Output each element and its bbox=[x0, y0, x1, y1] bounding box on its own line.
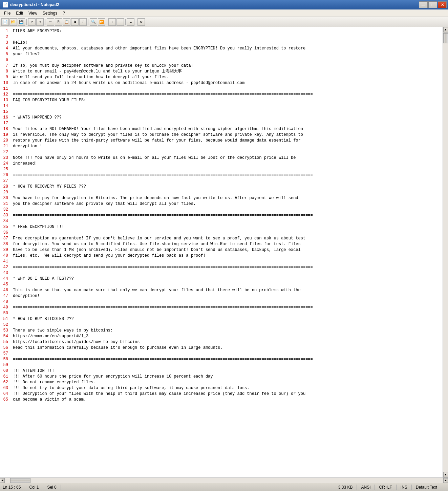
line-number: 23 bbox=[1, 155, 9, 161]
text-line: Free decryption as guarantee! If you don… bbox=[13, 236, 441, 241]
settings-button[interactable]: ⚙ bbox=[137, 18, 145, 26]
line-number: 32 bbox=[1, 207, 9, 213]
cut-button[interactable]: ✂ bbox=[47, 18, 54, 26]
line-number: 63 bbox=[1, 385, 9, 391]
scroll-left-button[interactable]: ◄ bbox=[0, 478, 5, 483]
line-number: 60 bbox=[1, 368, 9, 374]
line-number: 31 bbox=[1, 201, 9, 207]
text-line: ========================================… bbox=[13, 103, 441, 109]
text-line bbox=[13, 270, 441, 276]
line-number: 59 bbox=[1, 362, 9, 368]
text-line: ========================================… bbox=[13, 172, 441, 178]
line-number: 10 bbox=[1, 80, 9, 86]
line-number: 35 bbox=[1, 224, 9, 230]
title-controls: — □ ✕ bbox=[419, 1, 447, 8]
scroll-right-button[interactable]: ► bbox=[443, 478, 448, 483]
status-col: Col 1 bbox=[29, 485, 43, 490]
text-line: You have to pay for decryption in Bitcoi… bbox=[13, 195, 441, 201]
text-line: Hello! bbox=[13, 40, 441, 46]
toolbar-sep-6 bbox=[136, 19, 136, 25]
line-number: 61 bbox=[1, 374, 9, 380]
line-number: 13 bbox=[1, 98, 9, 103]
status-encoding: ANSI bbox=[361, 485, 375, 490]
vertical-scrollbar[interactable]: ▲ ▼ bbox=[443, 27, 448, 477]
text-line bbox=[13, 190, 441, 195]
text-line bbox=[13, 218, 441, 224]
close-button[interactable]: ✕ bbox=[438, 1, 447, 8]
line-number: 7 bbox=[1, 63, 9, 69]
text-line: restore your files with the third-party … bbox=[13, 138, 441, 144]
view-button[interactable]: ≡ bbox=[127, 18, 134, 26]
scroll-down-button[interactable]: ▼ bbox=[443, 472, 448, 477]
line-number: 36 bbox=[1, 230, 9, 236]
line-number: 47 bbox=[1, 293, 9, 299]
line-number: 22 bbox=[1, 149, 9, 155]
scroll-thumb-h[interactable] bbox=[10, 478, 30, 483]
status-position: Ln 15 : 65 bbox=[3, 485, 25, 490]
text-content[interactable]: FILES ARE ENCRYPTED:Hello!All your docum… bbox=[11, 27, 443, 477]
text-line: If so, you must buy decipher software an… bbox=[13, 63, 441, 69]
text-line: have to be less than 1 MB (non archived)… bbox=[13, 247, 441, 253]
text-line bbox=[13, 34, 441, 40]
text-line: ========================================… bbox=[13, 357, 441, 362]
line-number: 33 bbox=[1, 213, 9, 218]
text-line: Note !!! You have only 24 hours to write… bbox=[13, 155, 441, 161]
line-number: 21 bbox=[1, 144, 9, 149]
text-line: This is done so that you can make sure t… bbox=[13, 287, 441, 293]
text-line: ========================================… bbox=[13, 92, 441, 98]
text-line: FAQ FOR DECRYPTION YOUR FILES: bbox=[13, 98, 441, 103]
line-number: 3 bbox=[1, 40, 9, 46]
italic-button[interactable]: I bbox=[79, 18, 87, 26]
line-number: 40 bbox=[1, 253, 9, 259]
line-number: 18 bbox=[1, 126, 9, 132]
toolbar-sep-3 bbox=[88, 19, 88, 25]
line-number: 17 bbox=[1, 121, 9, 126]
text-line: for decryption. You send us up to 5 modi… bbox=[13, 241, 441, 247]
undo-button[interactable]: ↩ bbox=[28, 18, 36, 26]
open-button[interactable]: 📂 bbox=[9, 18, 17, 26]
maximize-button[interactable]: □ bbox=[428, 1, 437, 8]
bold-button[interactable]: B bbox=[71, 18, 79, 26]
menu-edit[interactable]: Edit bbox=[13, 10, 26, 16]
window-title: decryption.txt - Notepad2 bbox=[10, 2, 59, 7]
paste-button[interactable]: 📋 bbox=[63, 18, 70, 26]
text-line: !!! Decryption of your files with the he… bbox=[13, 391, 441, 397]
menu-view[interactable]: View bbox=[26, 10, 40, 16]
find-next-button[interactable]: ⏩ bbox=[98, 18, 105, 26]
line-number: 46 bbox=[1, 287, 9, 293]
zoom-in-button[interactable]: + bbox=[108, 18, 116, 26]
text-line bbox=[13, 299, 441, 305]
text-line: * WHATS HAPPENED ??? bbox=[13, 115, 441, 121]
text-line bbox=[13, 86, 441, 92]
line-number: 49 bbox=[1, 305, 9, 311]
minimize-button[interactable]: — bbox=[419, 1, 428, 8]
find-button[interactable]: 🔍 bbox=[90, 18, 97, 26]
menu-help[interactable]: ? bbox=[60, 10, 68, 16]
line-number: 37 bbox=[1, 236, 9, 241]
text-line: * WHY DO I NEED A TEST??? bbox=[13, 276, 441, 282]
line-number: 24 bbox=[1, 161, 9, 167]
text-line: https://exmo.me/en/support#/1_3 bbox=[13, 334, 441, 339]
line-number: 43 bbox=[1, 270, 9, 276]
menu-file[interactable]: File bbox=[1, 10, 13, 16]
new-button[interactable]: 📄 bbox=[1, 18, 9, 26]
line-number: 48 bbox=[1, 299, 9, 305]
text-line: In case of no answer in 24 hours write u… bbox=[13, 80, 441, 86]
text-line: FILES ARE ENCRYPTED: bbox=[13, 28, 441, 34]
menu-settings[interactable]: Settings bbox=[40, 10, 60, 16]
save-button[interactable]: 💾 bbox=[18, 18, 25, 26]
redo-button[interactable]: ↪ bbox=[36, 18, 44, 26]
status-size: 3.33 KB bbox=[338, 485, 357, 490]
horizontal-scrollbar[interactable]: ◄ ► bbox=[0, 477, 448, 483]
scroll-up-button[interactable]: ▲ bbox=[443, 27, 448, 33]
text-line bbox=[13, 57, 441, 63]
text-line: is reversible. The only way to decrypt y… bbox=[13, 132, 441, 138]
menu-bar: File Edit View Settings ? bbox=[0, 9, 448, 17]
status-bar: Ln 15 : 65 Col 1 Sel 0 3.33 KB ANSI CR+L… bbox=[0, 483, 448, 491]
text-line bbox=[13, 121, 441, 126]
zoom-out-button[interactable]: − bbox=[116, 18, 124, 26]
scroll-thumb-v[interactable] bbox=[443, 33, 448, 43]
status-lineending: CR+LF bbox=[379, 485, 396, 490]
text-line: * HOW TO BUY BITCOINS ??? bbox=[13, 316, 441, 322]
copy-button[interactable]: ⎘ bbox=[55, 18, 62, 26]
